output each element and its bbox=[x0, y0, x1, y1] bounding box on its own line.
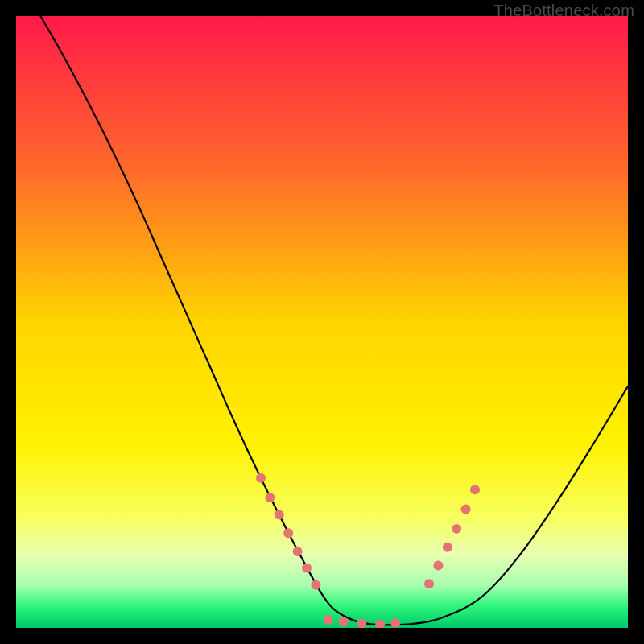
curve-marker bbox=[275, 510, 284, 519]
curve-marker bbox=[265, 493, 275, 502]
curve-marker bbox=[311, 580, 320, 590]
curve-marker bbox=[256, 473, 266, 483]
gradient-background bbox=[16, 16, 628, 628]
curve-marker bbox=[339, 617, 349, 626]
curve-marker bbox=[452, 524, 461, 534]
curve-marker bbox=[433, 560, 443, 570]
curve-marker bbox=[390, 618, 400, 628]
curve-marker bbox=[470, 485, 480, 494]
curve-marker bbox=[324, 615, 333, 625]
curve-marker bbox=[302, 564, 312, 573]
chart-container: TheBottleneck.com bbox=[0, 0, 644, 644]
curve-marker bbox=[293, 547, 303, 556]
plot-area bbox=[16, 16, 628, 628]
curve-marker bbox=[424, 579, 434, 588]
curve-marker bbox=[443, 543, 452, 552]
curve-marker bbox=[461, 505, 471, 514]
watermark-label: TheBottleneck.com bbox=[493, 2, 634, 20]
chart-svg bbox=[16, 16, 628, 628]
curve-marker bbox=[283, 528, 293, 538]
